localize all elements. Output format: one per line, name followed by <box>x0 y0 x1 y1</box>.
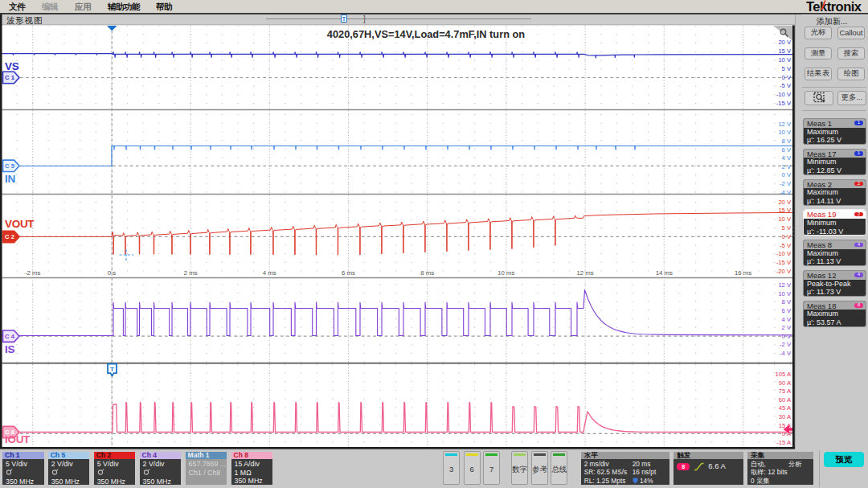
svg-text:C 5: C 5 <box>5 162 15 170</box>
svg-text:-2 ms: -2 ms <box>25 269 41 277</box>
svg-text:105 A: 105 A <box>776 371 792 378</box>
svg-text:-4 V: -4 V <box>780 189 792 196</box>
svg-text:60 A: 60 A <box>779 396 792 404</box>
svg-text:IS: IS <box>5 343 14 355</box>
svg-text:-20 V: -20 V <box>776 268 792 275</box>
svg-text:0 V: 0 V <box>782 171 792 178</box>
svg-text:0 V: 0 V <box>782 74 792 81</box>
svg-text:5 V: 5 V <box>782 224 792 232</box>
svg-text:T: T <box>110 366 114 373</box>
svg-text:-2 V: -2 V <box>780 180 792 187</box>
svg-text:20 V: 20 V <box>778 199 792 206</box>
svg-text:4 V: 4 V <box>782 154 792 162</box>
svg-text:8 V: 8 V <box>782 137 792 145</box>
svg-text:2 V: 2 V <box>782 163 792 170</box>
svg-text:16 ms: 16 ms <box>735 269 751 277</box>
svg-text:-10 V: -10 V <box>776 91 792 98</box>
svg-text:IOUT: IOUT <box>5 433 31 445</box>
svg-text:75 A: 75 A <box>779 388 792 395</box>
svg-text:-4 V: -4 V <box>780 350 792 357</box>
svg-text:VOUT: VOUT <box>5 218 35 230</box>
svg-text:-5 V: -5 V <box>780 82 792 89</box>
svg-text:-2 V: -2 V <box>780 341 792 348</box>
svg-text:C 2: C 2 <box>5 233 14 240</box>
svg-text:10 V: 10 V <box>778 56 792 64</box>
svg-text:8 V: 8 V <box>782 298 792 306</box>
svg-text:-15 V: -15 V <box>776 259 792 266</box>
svg-text:6 V: 6 V <box>782 146 792 154</box>
svg-text:10 V: 10 V <box>778 215 792 223</box>
svg-text:14 ms: 14 ms <box>656 269 673 277</box>
svg-text:6 ms: 6 ms <box>342 269 355 277</box>
svg-text:C 1: C 1 <box>5 74 15 81</box>
svg-text:10 V: 10 V <box>778 129 792 136</box>
svg-text:15 V: 15 V <box>778 207 792 214</box>
svg-text:VS: VS <box>5 60 19 72</box>
svg-text:-15 A: -15 A <box>776 439 792 446</box>
svg-text:30 A: 30 A <box>779 413 792 420</box>
svg-text:2 ms: 2 ms <box>184 269 198 277</box>
svg-text:4 V: 4 V <box>782 316 792 323</box>
svg-text:5 V: 5 V <box>782 65 792 72</box>
svg-text:12 V: 12 V <box>778 281 792 289</box>
svg-text:C 4: C 4 <box>5 333 15 340</box>
svg-text:4 ms: 4 ms <box>263 269 276 277</box>
svg-text:4020,67H,VS=14V,Load=4.7mF,IN: 4020,67H,VS=14V,Load=4.7mF,IN turn on <box>327 28 526 40</box>
svg-text:0 V: 0 V <box>782 233 792 240</box>
svg-text:10 ms: 10 ms <box>497 269 514 277</box>
svg-text:-5 V: -5 V <box>780 242 792 249</box>
svg-text:45 A: 45 A <box>779 404 792 412</box>
svg-text:8 ms: 8 ms <box>420 269 434 277</box>
svg-text:15 A: 15 A <box>779 422 792 429</box>
svg-text:10 V: 10 V <box>778 290 792 297</box>
svg-text:6 V: 6 V <box>782 307 792 314</box>
svg-text:0 s: 0 s <box>108 269 117 277</box>
svg-text:12 V: 12 V <box>778 121 792 128</box>
svg-text:2 V: 2 V <box>782 324 792 331</box>
svg-text:20 V: 20 V <box>778 39 792 46</box>
svg-text:-15 V: -15 V <box>776 100 792 107</box>
svg-text:12 ms: 12 ms <box>576 269 593 277</box>
svg-text:-10 V: -10 V <box>776 250 792 257</box>
svg-text:IN: IN <box>5 173 15 185</box>
svg-text:15 V: 15 V <box>778 47 792 55</box>
svg-text:90 A: 90 A <box>779 379 792 387</box>
svg-text:0 V: 0 V <box>782 333 792 340</box>
